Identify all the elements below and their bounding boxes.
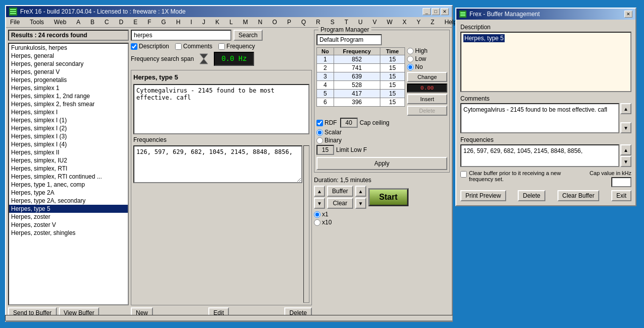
clear-buffer-button[interactable]: Clear Buffer bbox=[557, 190, 600, 201]
menu-file[interactable]: File bbox=[8, 18, 22, 26]
comments-checkbox[interactable] bbox=[175, 43, 182, 50]
table-row[interactable]: 452815 bbox=[317, 81, 405, 90]
comments-scroll-down[interactable]: ▼ bbox=[620, 122, 631, 133]
minimize-button[interactable]: _ bbox=[423, 8, 431, 15]
list-item[interactable]: Herpes, simplex I (1) bbox=[9, 116, 128, 124]
menu-g[interactable]: G bbox=[159, 18, 168, 26]
scalar-radio[interactable] bbox=[316, 129, 323, 136]
close-button[interactable]: ✕ bbox=[441, 8, 449, 15]
list-item[interactable]: Herpes, simplex 1, 2nd range bbox=[9, 92, 128, 100]
radio-high[interactable] bbox=[407, 48, 414, 54]
list-item[interactable]: Herpes, simplex I bbox=[9, 108, 128, 116]
list-item[interactable]: Herpes, type 2A, secondary bbox=[9, 197, 128, 205]
comments-textarea[interactable] bbox=[133, 84, 309, 134]
list-item[interactable]: Herpes, simplex, RTI continued ... bbox=[9, 173, 128, 181]
rdf-checkbox[interactable] bbox=[316, 120, 323, 126]
radio-high-label[interactable]: High bbox=[407, 47, 447, 54]
radio-no-label[interactable]: No bbox=[407, 63, 447, 70]
menu-y[interactable]: Y bbox=[415, 18, 423, 26]
rdf-checkbox-label[interactable]: RDF bbox=[316, 119, 337, 126]
search-button[interactable]: Search bbox=[233, 30, 263, 41]
menu-web[interactable]: Web bbox=[52, 18, 68, 26]
list-item[interactable]: Herpes, simplex II bbox=[9, 148, 128, 156]
menu-r[interactable]: R bbox=[314, 18, 323, 26]
menu-o[interactable]: O bbox=[270, 18, 279, 26]
cap-value-input[interactable] bbox=[611, 177, 631, 187]
list-item[interactable]: Herpes, general V bbox=[9, 68, 128, 76]
x1-radio[interactable] bbox=[314, 211, 320, 218]
list-item[interactable]: Herpes, simplex, IU2 bbox=[9, 156, 128, 165]
x1-label[interactable]: x1 bbox=[314, 211, 450, 218]
menu-p[interactable]: P bbox=[285, 18, 293, 26]
menu-t[interactable]: T bbox=[343, 18, 350, 26]
table-row[interactable]: 363915 bbox=[317, 72, 405, 81]
list-item[interactable]: Herpes, simplex I (2) bbox=[9, 124, 128, 132]
description-checkbox-label[interactable]: Description bbox=[131, 43, 169, 50]
change-button[interactable]: Change bbox=[407, 72, 447, 82]
scalar-label[interactable]: Scalar bbox=[316, 129, 447, 136]
table-row[interactable]: 541715 bbox=[317, 90, 405, 98]
list-item[interactable]: Herpes, zoster bbox=[9, 213, 128, 221]
menu-k[interactable]: K bbox=[213, 18, 221, 26]
menu-d[interactable]: D bbox=[117, 18, 126, 26]
menu-e[interactable]: E bbox=[131, 18, 139, 26]
list-item[interactable]: Herpes, simplex 2, fresh smear bbox=[9, 100, 128, 108]
list-item[interactable]: Herpes, simplex, RTI bbox=[9, 165, 128, 173]
buffer-delete-button[interactable]: Delete bbox=[518, 190, 545, 201]
list-item[interactable]: Herpes, zoster V bbox=[9, 221, 128, 229]
menu-tools[interactable]: Tools bbox=[28, 18, 46, 26]
insert-button[interactable]: Insert bbox=[407, 94, 447, 104]
list-item[interactable]: Herpes, type 1, anec, comp bbox=[9, 181, 128, 189]
menu-c[interactable]: C bbox=[103, 18, 111, 26]
buffer-up-arrow[interactable]: ▲ bbox=[314, 186, 325, 197]
list-item[interactable]: Herpes, simplex I (4) bbox=[9, 140, 128, 148]
duration-up-arrow[interactable]: ▲ bbox=[355, 186, 366, 197]
menu-v[interactable]: V bbox=[371, 18, 379, 26]
menu-m[interactable]: M bbox=[241, 18, 250, 26]
clear-button[interactable]: Clear bbox=[327, 198, 353, 209]
delete-prog-button[interactable]: Delete bbox=[407, 106, 447, 116]
buffer-button[interactable]: Buffer bbox=[327, 186, 353, 197]
list-item[interactable]: Herpes, general secondary bbox=[9, 60, 128, 68]
print-preview-button[interactable]: Print Preview bbox=[460, 190, 506, 201]
freq-scrollbar[interactable] bbox=[303, 145, 309, 303]
list-item[interactable]: Herpes, simplex 1 bbox=[9, 84, 128, 92]
menu-z[interactable]: Z bbox=[429, 18, 436, 26]
clear-buffer-checkbox[interactable] bbox=[460, 171, 467, 178]
menu-f[interactable]: F bbox=[145, 18, 153, 26]
list-item[interactable]: Furunkulosis, herpes bbox=[9, 44, 128, 52]
menu-h[interactable]: H bbox=[174, 18, 183, 26]
frequency-checkbox-label[interactable]: Frequency bbox=[218, 43, 255, 50]
x10-label[interactable]: x10 bbox=[314, 219, 450, 226]
buffer-close-button[interactable]: ✕ bbox=[624, 11, 632, 18]
search-input[interactable] bbox=[131, 30, 231, 41]
start-button[interactable]: Start bbox=[368, 188, 409, 206]
main-scrollbar[interactable] bbox=[5, 315, 453, 321]
menu-j[interactable]: J bbox=[200, 18, 207, 26]
binary-radio[interactable] bbox=[316, 137, 323, 144]
table-row[interactable]: 639615 bbox=[317, 98, 405, 107]
frequencies-textarea[interactable] bbox=[133, 145, 302, 183]
radio-low-label[interactable]: Low bbox=[407, 55, 447, 62]
buffer-down-arrow[interactable]: ▼ bbox=[314, 198, 325, 209]
menu-n[interactable]: N bbox=[256, 18, 265, 26]
apply-button[interactable]: Apply bbox=[316, 157, 447, 170]
comments-scroll-up[interactable]: ▲ bbox=[620, 103, 631, 114]
menu-s[interactable]: S bbox=[329, 18, 337, 26]
binary-label[interactable]: Binary bbox=[316, 137, 447, 144]
default-program-input[interactable] bbox=[316, 34, 382, 45]
menu-b[interactable]: B bbox=[89, 18, 97, 26]
freq-scroll-up[interactable]: ▲ bbox=[620, 144, 631, 155]
list-item[interactable]: Herpes, zoster, shingles bbox=[9, 229, 128, 237]
table-row[interactable]: 274115 bbox=[317, 64, 405, 72]
menu-q[interactable]: Q bbox=[299, 18, 308, 26]
maximize-button[interactable]: □ bbox=[432, 8, 440, 15]
list-item-selected[interactable]: Herpes, type 5 bbox=[9, 205, 128, 213]
radio-low[interactable] bbox=[407, 56, 414, 62]
menu-l[interactable]: L bbox=[227, 18, 235, 26]
list-item[interactable]: Herpes, progenetalis bbox=[9, 76, 128, 84]
menu-x[interactable]: X bbox=[400, 18, 409, 26]
x10-radio[interactable] bbox=[314, 219, 320, 226]
menu-w[interactable]: W bbox=[385, 18, 394, 26]
buffer-exit-button[interactable]: Exit bbox=[611, 190, 631, 201]
